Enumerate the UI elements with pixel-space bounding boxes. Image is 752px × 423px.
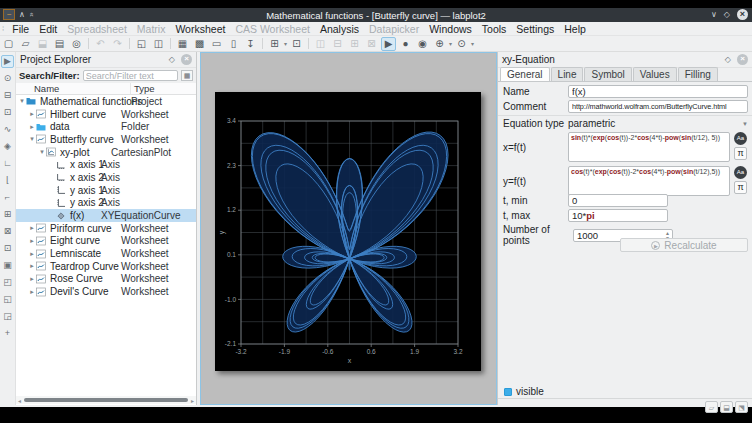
expander-icon[interactable]: ▸ (28, 262, 36, 270)
expander-icon[interactable]: ▸ (28, 110, 36, 118)
zoom-select-icon[interactable]: ◉ (415, 37, 430, 51)
new-matrix-icon[interactable]: ▩ (192, 37, 207, 51)
butterfly-plot[interactable]: -3.2-1.9-0.60.61.93.23.42.31.20.1-1.0-2.… (215, 92, 481, 371)
save-template-icon[interactable]: ⬓ (720, 401, 733, 413)
datapicker-dropdown-icon[interactable]: ▾ (471, 40, 474, 47)
tree-row-rose-curve[interactable]: ▸Rose CurveWorksheet (16, 273, 196, 286)
horizontal-scrollbar[interactable]: ◂ ▸ (16, 396, 196, 404)
expander-icon[interactable]: ▸ (28, 123, 36, 131)
zoom-y-icon[interactable]: ⊡ (1, 106, 14, 119)
zoom-x-icon[interactable]: ⊟ (1, 89, 14, 102)
new-plot-icon[interactable]: ⊞ (267, 37, 282, 51)
y-equation-field[interactable]: cos(t)*(exp(cos(t))-2*cos(4*t)-pow(sin(t… (568, 166, 730, 196)
worksheet-page[interactable]: -3.2-1.9-0.60.61.93.23.42.31.20.1-1.0-2.… (215, 92, 481, 371)
tmin-field[interactable] (568, 194, 668, 207)
column-type[interactable]: Type (130, 83, 155, 94)
zoom-mode-icon[interactable]: ⊙ (1, 72, 14, 85)
auto-scale-x-icon[interactable]: ◰ (1, 276, 14, 289)
expander-icon[interactable]: ▸ (28, 275, 36, 283)
close-icon[interactable]: × (737, 9, 748, 20)
open-folder-icon[interactable]: ▱ (18, 37, 33, 51)
add-equation-curve-icon[interactable]: ◈ (1, 140, 14, 153)
tree-row-devil-s-curve[interactable]: ▸Devil's CurveWorksheet (16, 285, 196, 298)
magnification-icon[interactable]: ⊕ (432, 37, 447, 51)
tree-row-data[interactable]: ▸dataFolder (16, 120, 196, 133)
shift-right-icon[interactable]: + (1, 327, 14, 340)
y-axis-title[interactable]: y (218, 230, 226, 234)
comment-field[interactable] (568, 100, 748, 113)
tmax-field[interactable]: 10*pi (568, 209, 668, 222)
dock-close-icon[interactable]: × (737, 54, 748, 65)
new-document-icon[interactable]: ▢ (1, 37, 16, 51)
tree-row-xy-plot[interactable]: ▾xy-plotCartesianPlot (16, 146, 196, 159)
datapicker-mode-icon[interactable]: ⊙ (454, 37, 469, 51)
add-x-axis-icon[interactable]: ⌊ (1, 174, 14, 187)
tree-row-teardrop-curve[interactable]: ▸Teardrop CurveWorksheet (16, 260, 196, 273)
expander-icon[interactable]: ▾ (18, 97, 26, 105)
tab-general[interactable]: General (500, 67, 550, 82)
tree-row-y-axis-2[interactable]: y axis 2Axis (16, 197, 196, 210)
tree-row-mathematical-functions[interactable]: ▾Mathematical functionsProject (16, 95, 196, 108)
worksheet-view[interactable]: -3.2-1.9-0.60.61.93.23.42.31.20.1-1.0-2.… (200, 52, 497, 405)
load-template-icon[interactable]: ▱ (705, 401, 718, 413)
visible-checkbox[interactable] (504, 388, 512, 396)
tree-row-eight-curve[interactable]: ▸Eight curveWorksheet (16, 235, 196, 248)
expander-icon[interactable]: ▸ (28, 237, 36, 245)
menu-help[interactable]: Help (559, 23, 591, 35)
scroll-left-icon[interactable]: ◂ (16, 397, 23, 404)
add-curve-icon[interactable]: ∿ (1, 123, 14, 136)
select-cursor-icon[interactable]: ▶ (1, 55, 14, 68)
search-input[interactable] (83, 70, 178, 81)
add-axis-icon[interactable]: ∟ (1, 157, 14, 170)
menu-windows[interactable]: Windows (424, 23, 477, 35)
tab-filling[interactable]: Filling (678, 67, 718, 82)
close-panel-icon[interactable]: × (181, 54, 192, 65)
tab-values[interactable]: Values (633, 67, 677, 82)
menu-analysis[interactable]: Analysis (315, 23, 364, 35)
tree-row-x-axis-2[interactable]: x axis 2Axis (16, 171, 196, 184)
insert-function-button[interactable]: Aa (734, 166, 747, 179)
expander-icon[interactable]: ▾ (38, 148, 46, 156)
menu-worksheet[interactable]: Worksheet (170, 23, 230, 35)
new-spreadsheet-icon[interactable]: ▦ (175, 37, 190, 51)
shade-icon[interactable]: » (26, 12, 37, 16)
tab-symbol[interactable]: Symbol (584, 67, 631, 82)
menu-file[interactable]: File (7, 23, 34, 35)
expander-icon[interactable]: ▸ (28, 288, 36, 296)
add-y-axis-icon[interactable]: ⌐ (1, 191, 14, 204)
insert-constant-button[interactable]: π (734, 147, 747, 160)
select-cursor-icon[interactable]: ▶ (381, 37, 396, 51)
titlebar[interactable]: ~ ∧ » Mathematical functions - [Butterfl… (0, 8, 752, 22)
x-equation-field[interactable]: sin(t)*(exp(cos(t))-2*cos(4*t)-pow(sin(t… (568, 132, 730, 162)
expander-icon[interactable]: ▾ (28, 135, 36, 143)
tree-row-lemniscate[interactable]: ▸LemniscateWorksheet (16, 247, 196, 260)
name-field[interactable] (568, 85, 748, 98)
tree-row-piriform-curve[interactable]: ▸Piriform curveWorksheet (16, 222, 196, 235)
tree-row-f-x[interactable]: f(x)XYEquationCurve (16, 209, 196, 222)
insert-constant-button[interactable]: π (734, 181, 747, 194)
keep-above-icon[interactable]: ∧ (19, 9, 25, 20)
zoom-in-icon[interactable]: ⊞ (1, 208, 14, 221)
x-axis-title[interactable]: x (348, 357, 352, 364)
shift-left-icon[interactable]: ◲ (1, 310, 14, 323)
tree-row-y-axis-1[interactable]: y axis 1Axis (16, 184, 196, 197)
scroll-right-icon[interactable]: ▸ (189, 397, 196, 404)
expander-icon[interactable]: ▸ (28, 250, 36, 258)
new-note-icon[interactable]: ▯ (226, 37, 241, 51)
menu-tools[interactable]: Tools (477, 23, 512, 35)
float-panel-icon[interactable]: ◇ (169, 55, 175, 64)
search-options-icon[interactable]: ▦ (181, 70, 193, 81)
new-worksheet-icon[interactable]: ▭ (209, 37, 224, 51)
import-icon[interactable]: ↧ (243, 37, 258, 51)
print-icon[interactable]: ▤ (52, 37, 67, 51)
tree-row-x-axis-1[interactable]: x axis 1Axis (16, 158, 196, 171)
tree-row-butterfly-curve[interactable]: ▾Butterfly curveWorksheet (16, 133, 196, 146)
new-plot-dropdown-icon[interactable]: ▾ (284, 40, 287, 47)
recalculate-button[interactable]: ▶ Recalculate (620, 238, 748, 252)
tab-line[interactable]: Line (551, 67, 584, 82)
fit-page-icon[interactable]: ⊡ (289, 37, 304, 51)
print-preview-icon[interactable]: ◎ (69, 37, 84, 51)
tree-column-header[interactable]: Name Type (16, 83, 196, 95)
column-name[interactable]: Name (34, 83, 59, 94)
magnification-dropdown-icon[interactable]: ▾ (449, 40, 452, 47)
